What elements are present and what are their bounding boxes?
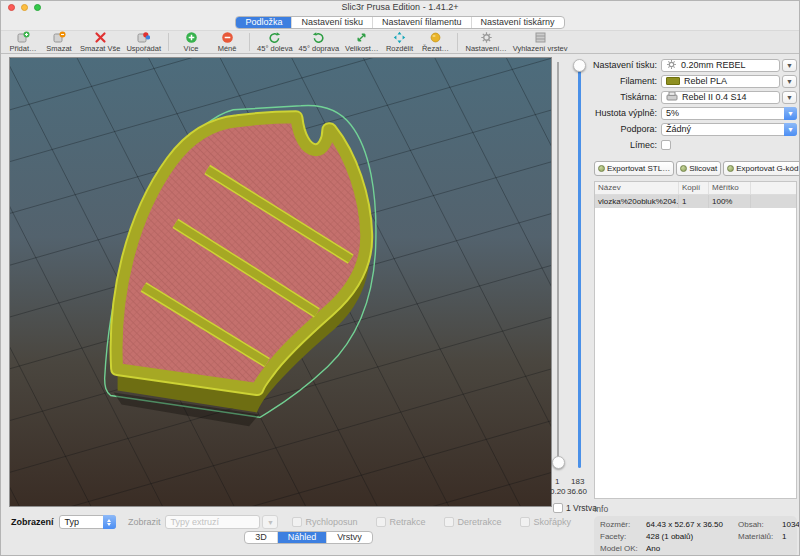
- extrusion-types-input[interactable]: [165, 515, 260, 529]
- fewer-copies-button[interactable]: Méně: [212, 31, 242, 53]
- settings-button[interactable]: Nastavení…: [465, 31, 506, 53]
- unretractions-checkbox-row[interactable]: Deretrakce: [444, 517, 501, 527]
- cut-icon: [429, 31, 442, 44]
- layer-slider-max[interactable]: [578, 62, 581, 468]
- delete-all-button[interactable]: Smazat Vše: [80, 31, 120, 53]
- toolbar-separator: [168, 33, 169, 51]
- infill-density-label: Hustota výplně:: [590, 108, 661, 118]
- add-button[interactable]: Přidat…: [8, 31, 38, 53]
- more-copies-icon: [185, 31, 198, 44]
- facets-value: 428 (1 obalů): [646, 532, 738, 541]
- tab-nastaveni-tisku[interactable]: Nastavení tisku: [291, 17, 372, 28]
- filament-label: Filament:: [590, 76, 661, 86]
- settings-panel: Nastavení tisku: 0.20mm REBEL ▼ Filament…: [590, 54, 800, 556]
- model-object[interactable]: [117, 118, 366, 389]
- window-title: Slic3r Prusa Edition - 1.41.2+: [1, 1, 799, 14]
- main-area: 1 183 0.20 36.60 1 Vrstva Nastavení tisk…: [1, 54, 799, 555]
- stepper-icon: [103, 515, 116, 529]
- table-header: Název Kopií Měřítko: [595, 182, 796, 195]
- brim-label: Límec:: [590, 140, 661, 150]
- export-gcode-icon: [727, 165, 734, 172]
- info-title: Info: [594, 504, 797, 514]
- layer-slider-column: 1 183 0.20 36.60 1 Vrstva: [552, 57, 590, 517]
- add-icon: [17, 31, 30, 44]
- rotate-right-button[interactable]: 45° doprava: [299, 31, 340, 53]
- settings-icon: [480, 31, 493, 44]
- support-select[interactable]: Žádný ▼: [661, 123, 797, 136]
- layer-min-value: 1: [555, 477, 559, 486]
- table-row[interactable]: vlozka%20obluk%204.stl 1 100%: [595, 195, 796, 208]
- toolbar-separator: [457, 33, 458, 51]
- shells-checkbox[interactable]: [520, 517, 530, 527]
- show-label: Zobrazit: [128, 517, 161, 527]
- toolbar: Přidat… Smazat Smazat Vše Uspořádat Více…: [1, 30, 799, 54]
- layer-min-height: 0.20: [550, 487, 566, 496]
- shells-checkbox-row[interactable]: Skořápky: [520, 517, 571, 527]
- retractions-checkbox[interactable]: [376, 517, 386, 527]
- export-stl-button[interactable]: Exportovat STL…: [594, 161, 674, 176]
- layer-smoothing-icon: [534, 31, 547, 44]
- view-mode-tabs: 3D Náhled Vrstvy: [1, 531, 590, 544]
- preview-3d-viewport[interactable]: [9, 57, 552, 507]
- arrange-button[interactable]: Uspořádat: [126, 31, 161, 53]
- retractions-checkbox-row[interactable]: Retrakce: [376, 517, 425, 527]
- scale-icon: [355, 31, 368, 44]
- print-settings-select[interactable]: 0.20mm REBEL: [661, 59, 780, 72]
- display-options-bar: Zobrazení Typ Zobrazit ▼ Rychloposun Ret…: [1, 514, 590, 530]
- close-window-icon[interactable]: [8, 4, 15, 11]
- infill-density-select[interactable]: 5% ▼: [661, 107, 797, 120]
- unretractions-checkbox[interactable]: [444, 517, 454, 527]
- rotate-left-icon: [268, 31, 281, 44]
- printer-label: Tiskárna:: [590, 92, 661, 102]
- main-tab-bar: Podložka Nastavení tisku Nastavení filam…: [1, 14, 799, 30]
- more-copies-button[interactable]: Více: [176, 31, 206, 53]
- delete-icon: [53, 31, 66, 44]
- delete-all-icon: [94, 31, 107, 44]
- printer-icon: [666, 91, 678, 103]
- delete-button[interactable]: Smazat: [44, 31, 74, 53]
- layer-max-value: 183: [571, 477, 584, 486]
- layer-smoothing-button[interactable]: Vyhlazení vrstev: [513, 31, 568, 53]
- object-list-table[interactable]: Název Kopií Měřítko vlozka%20obluk%204.s…: [594, 181, 797, 499]
- print-settings-label: Nastavení tisku:: [590, 60, 661, 70]
- layer-slider-min[interactable]: [557, 62, 559, 468]
- split-button[interactable]: Rozdělit: [384, 31, 414, 53]
- tab-podlozka[interactable]: Podložka: [236, 17, 291, 28]
- view-tab-3d[interactable]: 3D: [245, 532, 277, 543]
- app-window: Slic3r Prusa Edition - 1.41.2+ Podložka …: [0, 0, 800, 556]
- gear-icon: [666, 59, 677, 72]
- travel-checkbox-row[interactable]: Rychloposun: [292, 517, 357, 527]
- view-tab-preview[interactable]: Náhled: [277, 532, 327, 543]
- chevron-down-icon: ▼: [784, 123, 797, 136]
- minimize-window-icon[interactable]: [21, 4, 28, 11]
- print-settings-dropdown-button[interactable]: ▼: [782, 59, 797, 72]
- export-gcode-button[interactable]: Exportovat G-kód…: [723, 161, 800, 176]
- extrusion-types-dropdown-button[interactable]: ▼: [262, 515, 278, 529]
- model-ok-value: Ano: [646, 544, 738, 553]
- materials-value: 1: [782, 532, 800, 541]
- display-mode-label: Zobrazení: [11, 517, 54, 527]
- slice-button[interactable]: Slicovat: [676, 161, 721, 176]
- printer-select[interactable]: Rebel II 0.4 S14: [661, 91, 780, 104]
- title-bar: Slic3r Prusa Edition - 1.41.2+: [1, 1, 799, 14]
- zoom-window-icon[interactable]: [34, 4, 41, 11]
- printer-dropdown-button[interactable]: ▼: [782, 91, 797, 104]
- tab-nastaveni-tiskarny[interactable]: Nastavení tiskárny: [471, 17, 564, 28]
- tab-nastaveni-filamentu[interactable]: Nastavení filamentu: [372, 17, 471, 28]
- toolbar-separator: [249, 33, 250, 51]
- cut-button[interactable]: Řezat…: [420, 31, 450, 53]
- layer-slider-min-handle[interactable]: [552, 456, 565, 469]
- rotate-left-button[interactable]: 45° doleva: [257, 31, 293, 53]
- layer-slider-max-handle[interactable]: [573, 59, 586, 72]
- filament-swatch: [666, 77, 680, 85]
- filament-select[interactable]: Rebel PLA: [661, 75, 780, 88]
- brim-checkbox[interactable]: [661, 140, 671, 150]
- single-layer-checkbox[interactable]: [553, 503, 563, 513]
- travel-checkbox[interactable]: [292, 517, 302, 527]
- filament-dropdown-button[interactable]: ▼: [782, 75, 797, 88]
- info-section: Info Rozměr: 64.43 x 52.67 x 36.50 Obsah…: [594, 504, 797, 556]
- split-icon: [393, 31, 406, 44]
- scale-button[interactable]: Velikost…: [345, 31, 378, 53]
- display-mode-select[interactable]: Typ: [59, 515, 116, 529]
- view-tab-layers[interactable]: Vrstvy: [326, 532, 372, 543]
